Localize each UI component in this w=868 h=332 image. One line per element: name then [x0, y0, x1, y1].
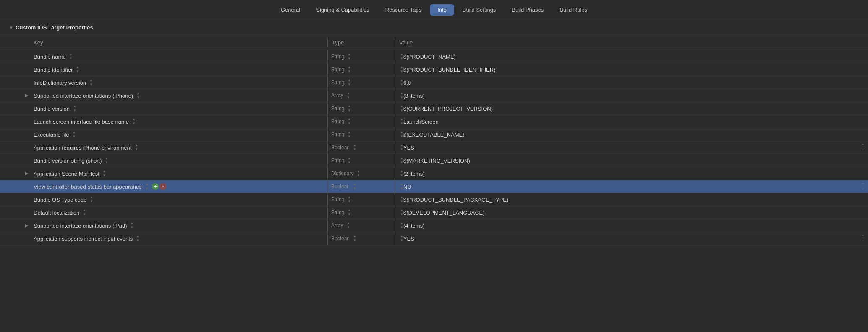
value-text: LaunchScreen	[403, 119, 439, 125]
key-cell: Supported interface orientations (iPad)▲…	[0, 219, 327, 232]
tab-general[interactable]: General	[273, 4, 308, 16]
remove-row-button[interactable]: −	[159, 183, 166, 190]
key-text: Bundle version	[34, 106, 70, 112]
tab-info[interactable]: Info	[430, 4, 454, 16]
type-stepper[interactable]: ▲▼	[353, 143, 356, 151]
table-row[interactable]: Application supports indirect input even…	[0, 232, 868, 245]
key-text: Executable file	[34, 132, 69, 138]
value-cell: ▲▼$(PRODUCT_BUNDLE_PACKAGE_TYPE)	[395, 193, 868, 206]
type-stepper[interactable]: ▲▼	[348, 65, 351, 73]
value-stepper[interactable]: ▲▼	[400, 169, 403, 177]
type-column-header: Type	[327, 38, 395, 47]
key-cell: Bundle version string (short)▲▼	[0, 154, 327, 167]
tab-build-settings[interactable]: Build Settings	[455, 4, 504, 16]
dropdown-arrow-icon[interactable]: ⌃⌄	[861, 235, 865, 242]
key-text: InfoDictionary version	[34, 80, 86, 86]
value-stepper[interactable]: ▲▼	[400, 195, 403, 203]
key-stepper[interactable]: ▲▼	[131, 221, 134, 229]
key-stepper[interactable]: ▲▼	[136, 234, 139, 242]
value-stepper[interactable]: ▲▼	[400, 91, 403, 99]
table-row[interactable]: InfoDictionary version▲▼String▲▼▲▼6.0	[0, 76, 868, 89]
type-stepper[interactable]: ▲▼	[353, 234, 356, 242]
type-stepper[interactable]: ▲▼	[347, 221, 350, 229]
table-row[interactable]: Supported interface orientations (iPad)▲…	[0, 219, 868, 232]
key-stepper[interactable]: ▲▼	[89, 78, 93, 86]
tab-build-rules[interactable]: Build Rules	[552, 4, 595, 16]
key-stepper[interactable]: ▲▼	[69, 52, 73, 60]
value-text: NO	[403, 184, 412, 190]
key-stepper[interactable]: ▲▼	[136, 91, 140, 99]
key-stepper[interactable]: ▲▼	[73, 130, 76, 138]
type-stepper[interactable]: ▲▼	[347, 91, 350, 99]
type-cell: String▲▼	[327, 50, 395, 63]
value-text: (2 items)	[403, 171, 425, 177]
add-row-button[interactable]: +	[152, 183, 159, 190]
expander-icon[interactable]	[25, 223, 30, 228]
value-stepper[interactable]: ▲▼	[400, 65, 403, 73]
value-cell[interactable]: ▲▼YES⌃⌄	[395, 232, 868, 245]
tab-signing[interactable]: Signing & Capabilities	[309, 4, 376, 16]
key-cell: Executable file▲▼	[0, 128, 327, 141]
key-cell: Application supports indirect input even…	[0, 232, 327, 245]
value-text: (4 items)	[403, 223, 425, 229]
key-stepper[interactable]: ▲▼	[83, 208, 86, 216]
type-stepper[interactable]: ▲▼	[348, 104, 351, 112]
value-stepper[interactable]: ▲▼	[400, 221, 403, 229]
value-stepper[interactable]: ▲▼	[400, 117, 403, 125]
value-cell[interactable]: ▲▼YES⌃⌄	[395, 141, 868, 154]
type-stepper[interactable]: ▲▼	[348, 208, 351, 216]
type-stepper[interactable]: ▲▼	[357, 169, 360, 177]
table-row[interactable]: Bundle name▲▼String▲▼▲▼$(PRODUCT_NAME)	[0, 50, 868, 63]
expander-icon[interactable]	[25, 171, 30, 176]
tab-resource[interactable]: Resource Tags	[378, 4, 429, 16]
key-column-header: Key	[0, 38, 327, 47]
dropdown-arrow-icon[interactable]: ⌃⌄	[861, 144, 865, 151]
key-stepper[interactable]: ▲▼	[135, 143, 138, 151]
key-stepper[interactable]: ▲▼	[76, 65, 79, 73]
table-row[interactable]: Bundle OS Type code▲▼String▲▼▲▼$(PRODUCT…	[0, 193, 868, 206]
table-row[interactable]: Application Scene Manifest▲▼Dictionary▲▼…	[0, 167, 868, 180]
table-row[interactable]: Bundle version▲▼String▲▼▲▼$(CURRENT_PROJ…	[0, 102, 868, 115]
table-row[interactable]: Default localization▲▼String▲▼▲▼$(DEVELO…	[0, 206, 868, 219]
type-stepper[interactable]: ▲▼	[348, 78, 351, 86]
value-stepper[interactable]: ▲▼	[400, 78, 403, 86]
value-text: $(EXECUTABLE_NAME)	[403, 132, 465, 138]
value-stepper[interactable]: ▲▼	[400, 208, 403, 216]
tab-build-phases[interactable]: Build Phases	[504, 4, 551, 16]
value-stepper[interactable]: ▲▼	[400, 182, 403, 190]
type-cell: Boolean▲▼	[327, 232, 395, 245]
key-stepper[interactable]: ▲▼	[132, 117, 136, 125]
value-stepper[interactable]: ▲▼	[400, 143, 403, 151]
key-stepper[interactable]: ▲▼	[73, 104, 76, 112]
key-stepper[interactable]: ▲▼	[90, 195, 93, 203]
key-stepper[interactable]: ▲▼	[105, 156, 109, 164]
value-text: YES	[403, 236, 414, 242]
table-row[interactable]: Application requires iPhone environment▲…	[0, 141, 868, 154]
type-stepper[interactable]: ▲▼	[348, 195, 351, 203]
table-row[interactable]: View controller-based status bar appeara…	[0, 180, 868, 193]
type-stepper[interactable]: ▲▼	[348, 130, 351, 138]
value-stepper[interactable]: ▲▼	[400, 156, 403, 164]
key-cell: Bundle OS Type code▲▼	[0, 193, 327, 206]
key-stepper[interactable]: ▲▼	[103, 169, 106, 177]
value-stepper[interactable]: ▲▼	[400, 104, 403, 112]
table-row[interactable]: Executable file▲▼String▲▼▲▼$(EXECUTABLE_…	[0, 128, 868, 141]
value-text: $(CURRENT_PROJECT_VERSION)	[403, 106, 493, 112]
table-row[interactable]: Bundle version string (short)▲▼String▲▼▲…	[0, 154, 868, 167]
type-stepper[interactable]: ▲▼	[348, 52, 351, 60]
type-stepper[interactable]: ▲▼	[348, 117, 351, 125]
section-chevron[interactable]: ▾	[10, 25, 12, 30]
key-stepper[interactable]: ▲▼	[145, 182, 149, 190]
table-row[interactable]: Launch screen interface file base name▲▼…	[0, 115, 868, 128]
table-row[interactable]: Supported interface orientations (iPhone…	[0, 89, 868, 102]
value-stepper[interactable]: ▲▼	[400, 52, 403, 60]
value-stepper[interactable]: ▲▼	[400, 130, 403, 138]
type-stepper[interactable]: ▲▼	[348, 156, 351, 164]
value-cell[interactable]: ▲▼NO⌃⌄	[395, 180, 868, 193]
value-text: 6.0	[403, 80, 411, 86]
type-stepper[interactable]: ▲▼	[353, 182, 356, 190]
dropdown-arrow-icon[interactable]: ⌃⌄	[861, 183, 865, 190]
value-stepper[interactable]: ▲▼	[400, 234, 403, 242]
table-row[interactable]: Bundle identifier▲▼String▲▼▲▼$(PRODUCT_B…	[0, 63, 868, 76]
expander-icon[interactable]	[25, 93, 30, 98]
